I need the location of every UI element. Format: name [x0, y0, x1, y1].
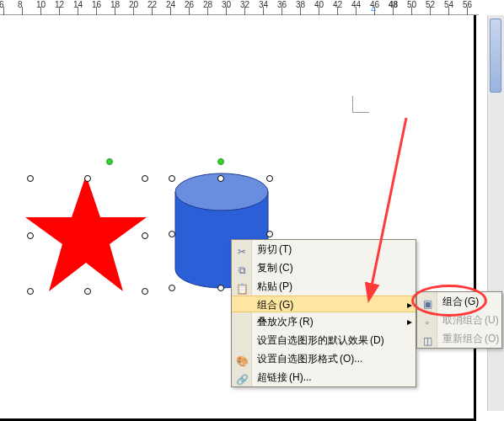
menu-item-label: 剪切	[257, 243, 277, 255]
menu-item-超链接[interactable]: 🔗超链接(H)...	[232, 368, 416, 386]
paste-icon: 📋	[235, 280, 249, 293]
ruler-tick-mark	[133, 7, 134, 15]
menu-item-label: 粘贴	[257, 280, 277, 292]
selection-handle[interactable]	[266, 175, 273, 182]
selection-handle[interactable]	[27, 232, 34, 239]
selection-handle[interactable]	[27, 288, 34, 295]
menu-item-剪切[interactable]: ✂剪切(T)	[232, 240, 416, 258]
ruler-tick-mark	[244, 7, 245, 15]
group-submenu[interactable]: ▣组合(G)▫取消组合(U)◫重新组合(O)	[416, 291, 502, 349]
menu-item-组合[interactable]: 组合(G)▸	[232, 296, 416, 312]
ruler-tick-mark	[226, 7, 227, 15]
ruler-tick-mark	[430, 7, 431, 15]
menu-item-粘贴[interactable]: 📋粘贴(P)	[232, 277, 416, 296]
menu-item-hotkey: (C)	[279, 262, 293, 274]
ruler-tick-mark	[22, 7, 23, 15]
ruler-tick-mark	[207, 7, 208, 15]
menu-item-label: 复制	[257, 262, 277, 274]
ruler-tick-mark	[411, 7, 412, 15]
selection-handle[interactable]	[84, 288, 91, 295]
menu-item-hotkey: (H)...	[289, 371, 312, 383]
menu-item-复制[interactable]: ⧉复制(C)	[232, 258, 416, 277]
page-corner-mark	[352, 96, 369, 113]
ruler-tick-mark	[356, 7, 357, 15]
menu-item-hotkey: (G)	[464, 296, 479, 307]
ruler-tick-mark	[337, 7, 338, 15]
ruler-tick-mark	[78, 7, 78, 15]
ruler-caret-icon: ▵	[371, 2, 376, 13]
selection-handle[interactable]	[266, 231, 273, 237]
menu-item-hotkey: (G)	[279, 299, 293, 311]
ruler-tick-mark	[263, 7, 264, 15]
menu-item-组合[interactable]: ▣组合(G)	[417, 292, 501, 311]
rotation-handle[interactable]	[217, 158, 224, 165]
selection-handle[interactable]	[169, 175, 175, 182]
menu-item-hotkey: (D)	[370, 334, 384, 346]
submenu-arrow-icon: ▸	[407, 312, 412, 331]
menu-item-hotkey: (R)	[299, 316, 314, 328]
selection-handle[interactable]	[84, 175, 91, 182]
ruler-tick-mark	[393, 7, 394, 15]
ungroup-icon: ▫	[421, 313, 434, 327]
group-icon: ▣	[421, 295, 434, 308]
selection-handle[interactable]	[142, 175, 148, 182]
ruler-tick-mark	[319, 7, 319, 15]
ruler-tick-mark	[40, 7, 41, 15]
menu-item-设置自选图形格式[interactable]: 🎨设置自选图形格式(O)...	[232, 349, 416, 368]
ruler-tick-mark	[152, 7, 153, 15]
menu-item-label: 组合	[442, 296, 463, 307]
menu-item-label: 叠放次序	[257, 316, 298, 328]
horizontal-ruler: 6810121416182022242628303234363840424446…	[0, 0, 479, 15]
menu-item-label: 取消组合	[442, 314, 483, 326]
selection-handle[interactable]	[27, 175, 34, 182]
ruler-tick-mark	[448, 7, 449, 15]
menu-item-label: 设置自选图形的默认效果	[257, 334, 368, 346]
menu-item-label: 超链接	[257, 371, 287, 383]
submenu-arrow-icon: ▸	[407, 296, 412, 313]
cut-icon: ✂	[235, 242, 249, 256]
selection-handle[interactable]	[169, 231, 175, 237]
svg-marker-0	[25, 175, 147, 291]
menu-item-label: 组合	[257, 299, 277, 311]
selection-handle[interactable]	[142, 232, 148, 239]
selection-handle[interactable]	[217, 175, 224, 182]
ruler-tick-mark	[300, 7, 301, 15]
ruler-tick-mark	[3, 7, 4, 15]
selection-handle[interactable]	[169, 285, 175, 291]
ruler-tick-mark	[189, 7, 190, 15]
menu-item-叠放次序[interactable]: 叠放次序(R)▸	[232, 312, 416, 331]
menu-item-hotkey: (P)	[279, 280, 292, 292]
ruler-tick-mark	[170, 7, 171, 15]
star-shape[interactable]	[25, 175, 147, 293]
ruler-tick-mark	[115, 7, 115, 15]
menu-item-设置自选图形的默认效果[interactable]: 设置自选图形的默认效果(D)	[232, 331, 416, 349]
menu-item-label: 设置自选图形格式	[257, 353, 338, 365]
menu-item-重新组合: ◫重新组合(O)	[417, 329, 501, 348]
scrollbar-thumb[interactable]	[490, 19, 501, 93]
selection-handle[interactable]	[142, 288, 148, 295]
hyperlink-icon: 🔗	[235, 370, 249, 384]
copy-icon: ⧉	[235, 261, 249, 274]
ruler-tick-mark	[467, 7, 468, 15]
regroup-icon: ◫	[421, 332, 434, 345]
menu-item-hotkey: (U)	[485, 314, 499, 326]
menu-item-取消组合: ▫取消组合(U)	[417, 311, 501, 329]
format-icon: 🎨	[235, 352, 249, 365]
menu-item-hotkey: (O)...	[340, 353, 362, 365]
ruler-tick-mark	[96, 7, 97, 15]
vertical-scrollbar[interactable]	[487, 15, 504, 411]
menu-item-label: 重新组合	[442, 333, 483, 344]
ruler-tick-mark	[281, 7, 282, 15]
ruler-tick-mark	[59, 7, 60, 15]
context-menu[interactable]: ✂剪切(T)⧉复制(C)📋粘贴(P)组合(G)▸叠放次序(R)▸设置自选图形的默…	[231, 239, 416, 387]
selection-handle[interactable]	[217, 285, 224, 291]
menu-item-hotkey: (O)	[485, 333, 499, 344]
menu-item-hotkey: (T)	[279, 243, 292, 255]
rotation-handle[interactable]	[106, 158, 113, 165]
